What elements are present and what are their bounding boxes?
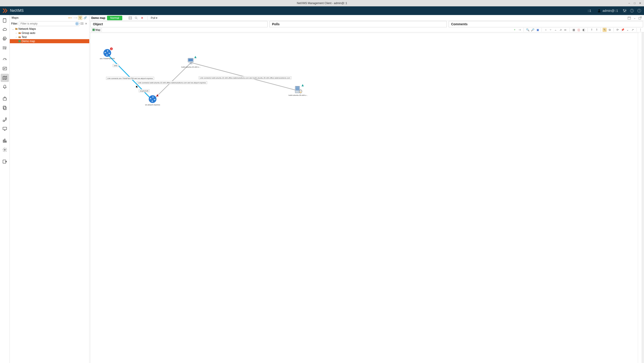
- tab-comments[interactable]: Comments: [448, 21, 643, 27]
- iface-label-eth0[interactable]: eth0: [113, 64, 119, 67]
- svg-rect-8: [3, 19, 6, 22]
- align-left-icon[interactable]: ⫞: [544, 28, 548, 32]
- pin-icon[interactable]: 📌: [620, 28, 625, 32]
- zoom-out-icon[interactable]: 🔎: [530, 28, 535, 32]
- help-icon[interactable]: [630, 8, 634, 13]
- zoom-in-icon[interactable]: 🔍: [526, 28, 530, 32]
- maps-tree[interactable]: ⌄ Network Maps › Group auto › Test Demo …: [10, 27, 89, 363]
- map-node-ubuntu22[interactable]: build-ubuntu-22-x64.o…: [181, 57, 201, 68]
- link-label-1[interactable]: Link connects zev-ThinkPad-P50 and ws-ai…: [106, 77, 154, 80]
- find-icon[interactable]: [134, 16, 138, 20]
- svg-rect-36: [296, 89, 299, 90]
- add-object-icon[interactable]: ＋: [512, 28, 517, 32]
- map-node-label: build-ubuntu-20-x64.o…: [288, 94, 308, 96]
- chevron-down-icon[interactable]: ⌄: [632, 16, 637, 20]
- minimize-button[interactable]: –: [627, 1, 632, 6]
- link-icon[interactable]: 🔗: [83, 15, 88, 20]
- snap-icon[interactable]: ◫: [576, 28, 581, 32]
- grid-icon[interactable]: ▦: [572, 28, 576, 32]
- chevron-down-icon[interactable]: ⌄: [626, 28, 630, 32]
- filter-input[interactable]: [19, 21, 79, 26]
- refresh-icon[interactable]: ⟳: [616, 28, 620, 32]
- map-node-airport[interactable]: ws-airport-express: [145, 95, 160, 106]
- rail-dashboard-icon[interactable]: [1, 55, 9, 64]
- preferences-icon[interactable]: [622, 8, 627, 13]
- zoom-fit-icon[interactable]: ▣: [536, 28, 540, 32]
- vertical-scrollbar[interactable]: [642, 32, 644, 363]
- copy-icon[interactable]: ⧉: [608, 28, 612, 32]
- popout-icon[interactable]: [638, 16, 642, 20]
- layout-icon[interactable]: ◧: [582, 28, 586, 32]
- rail-settings-icon[interactable]: [1, 146, 9, 154]
- svg-point-1: [623, 9, 624, 10]
- edit-mode-icon[interactable]: ✎: [602, 28, 607, 32]
- tree-item-test[interactable]: › Test: [10, 35, 89, 39]
- external-icon[interactable]: ↗: [630, 28, 635, 32]
- svg-rect-16: [15, 28, 18, 30]
- user-menu[interactable]: admin@::1: [595, 9, 620, 13]
- align-top-icon[interactable]: ⫡: [558, 28, 563, 32]
- map-node-thinkpad[interactable]: ✕ zev-ThinkPad-P50: [100, 49, 115, 60]
- map-toolbar: Map ＋ ⇢ 🔍 🔎 ▣ ⫞ ⫟ ⫠ ⫡ ⫢ ▦ ◫ ◧ ꝉ: [90, 27, 644, 32]
- align-right-icon[interactable]: ⫠: [554, 28, 558, 32]
- rail-business-icon[interactable]: [1, 95, 9, 103]
- map-breadcrumb[interactable]: Map: [91, 28, 102, 32]
- tree-item-label: Group auto: [22, 31, 35, 34]
- svg-point-38: [300, 91, 300, 91]
- link-objects-icon[interactable]: ⇢: [518, 28, 522, 32]
- nav-forward-icon[interactable]: ⟶: [73, 15, 78, 20]
- iface-label-enp[interactable]: enp0s31f6: [139, 89, 150, 92]
- svg-rect-31: [190, 63, 192, 64]
- show-labels-icon[interactable]: ꝉ: [590, 28, 594, 32]
- filter-close-icon[interactable]: ✕: [84, 22, 88, 25]
- svg-point-19: [20, 33, 21, 34]
- calendar-icon[interactable]: [627, 16, 631, 20]
- content-title: Demo map: [91, 16, 105, 19]
- tab-object[interactable]: Object: [90, 21, 268, 27]
- filter-toggle-icon[interactable]: ▽: [78, 15, 82, 20]
- rail-tags-icon[interactable]: [1, 34, 9, 43]
- tree-item-demo-map[interactable]: Demo map: [10, 39, 89, 43]
- map-node-label: ws-airport-express: [145, 104, 160, 106]
- tree-root-node[interactable]: ⌄ Network Maps: [10, 27, 89, 31]
- about-icon[interactable]: [637, 8, 642, 13]
- product-name: NetXMS: [10, 9, 24, 13]
- rail-maps-icon[interactable]: [1, 74, 9, 82]
- rail-cloud-icon[interactable]: [1, 25, 9, 34]
- delete-icon[interactable]: ✕: [140, 16, 144, 20]
- hide-labels-icon[interactable]: ƚ: [594, 28, 599, 32]
- maximize-button[interactable]: □: [632, 1, 637, 6]
- rail-library-icon[interactable]: [1, 44, 9, 52]
- align-center-h-icon[interactable]: ⫟: [548, 28, 553, 32]
- server-label: ::1: [586, 9, 593, 12]
- user-label: admin@::1: [602, 9, 618, 12]
- nav-back-icon[interactable]: ⟵: [68, 15, 72, 20]
- poll-dropdown[interactable]: Poll ▾: [151, 16, 157, 19]
- svg-point-5: [632, 11, 632, 12]
- map-node-label: build-ubuntu-22-x64.o…: [181, 66, 201, 68]
- view-list-icon[interactable]: [128, 16, 132, 20]
- map-node-ubuntu20[interactable]: build-ubuntu-20-x64.o…: [288, 86, 308, 96]
- align-bottom-icon[interactable]: ⫢: [564, 28, 568, 32]
- map-canvas[interactable]: eth0 enp0s31f6 Link connects zev-ThinkPa…: [90, 32, 642, 363]
- tree-item-label: Demo map: [22, 40, 35, 43]
- filter-clear-icon[interactable]: ⌫: [80, 22, 83, 25]
- rail-alarms-icon[interactable]: [1, 83, 9, 91]
- rail-exit-icon[interactable]: [1, 157, 9, 166]
- tree-root-label: Network Maps: [18, 27, 36, 30]
- rail-graphs-icon[interactable]: [1, 65, 9, 73]
- more-icon[interactable]: ⋮: [638, 28, 643, 32]
- close-button[interactable]: ✕: [638, 1, 643, 6]
- rail-device-icon[interactable]: [1, 116, 9, 124]
- tree-item-group-auto[interactable]: › Group auto: [10, 31, 89, 35]
- link-label-3[interactable]: Link connects build-ubuntu-22-x64.office…: [199, 76, 292, 79]
- tab-polls[interactable]: Polls: [270, 21, 446, 27]
- link-label-2[interactable]: Link connects build-ubuntu-22-x64.office…: [137, 81, 207, 84]
- app-header: NetXMS ::1 admin@::1: [0, 6, 644, 15]
- rail-pinboard-icon[interactable]: [1, 16, 9, 24]
- rail-copy-icon[interactable]: [1, 104, 9, 112]
- rail-monitor-icon[interactable]: [1, 125, 9, 133]
- rail-report-icon[interactable]: [1, 137, 9, 145]
- svg-point-7: [639, 9, 639, 10]
- user-icon: [597, 9, 601, 13]
